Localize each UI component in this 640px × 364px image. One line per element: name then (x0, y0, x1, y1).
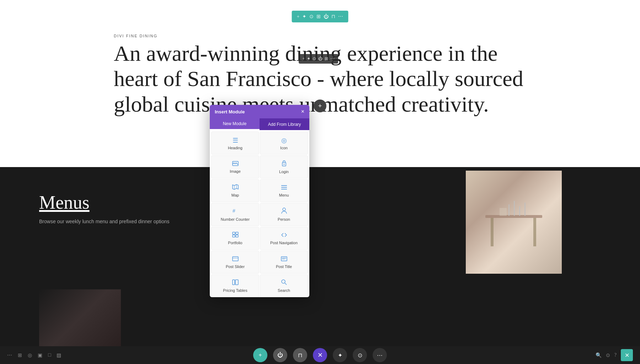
module-item-map[interactable]: Map (211, 179, 259, 202)
close-right-button[interactable]: ✕ (621, 349, 633, 361)
top-toolbar[interactable]: + ✦ ⊙ ⊞ ⏻ ⊓ ⋯ (292, 11, 348, 22)
login-label: Login (279, 170, 289, 174)
more-inline-icon[interactable]: ⋯ (330, 56, 335, 61)
svg-rect-25 (233, 280, 235, 285)
module-item-post-navigation[interactable]: Post Navigation (260, 227, 308, 250)
svg-rect-2 (533, 218, 536, 246)
dark-image (39, 289, 121, 346)
svg-rect-26 (235, 280, 238, 285)
module-item-portfolio[interactable]: Portfolio (211, 227, 259, 250)
tab-new-module[interactable]: New Module (210, 118, 260, 130)
login-icon (281, 160, 287, 168)
svg-rect-5 (519, 206, 520, 216)
module-item-pricing-tables[interactable]: Pricing Tables (211, 274, 259, 297)
bottom-bar: ⋯ ⊞ ◎ ▣ □ ▨ + ⏻ ⊓ ✕ ✦ ⊙ ⋯ 🔍 ⊙ ? ✕ (0, 346, 640, 364)
svg-rect-18 (233, 235, 235, 237)
menus-title: Menus (39, 192, 90, 213)
more-icon[interactable]: ⋯ (338, 14, 343, 20)
module-grid: ☰ Heading ◎ Icon Image (211, 132, 308, 297)
module-item-post-slider[interactable]: Post Slider (211, 251, 259, 274)
bottom-bar-right: 🔍 ⊙ ? ✕ (596, 349, 633, 361)
map-icon (232, 184, 239, 192)
add-module-button[interactable]: + (314, 100, 326, 112)
modal-title: Insert Module (215, 109, 245, 114)
insert-module-modal: Insert Module × New Module Add From Libr… (210, 105, 309, 297)
portfolio-label: Portfolio (228, 241, 242, 245)
modal-overlay: Insert Module × New Module Add From Libr… (210, 105, 309, 297)
module-item-search[interactable]: Search (260, 274, 308, 297)
delete-inline-icon[interactable]: ⊞ (325, 56, 328, 61)
modal-tabs: New Module Add From Library (210, 118, 309, 130)
modal-close-button[interactable]: × (301, 108, 304, 115)
portfolio-icon (232, 232, 239, 239)
more-center-button[interactable]: ⋯ (373, 348, 387, 362)
tab-add-from-library[interactable]: Add From Library (260, 118, 309, 130)
bottom-bar-center: + ⏻ ⊓ ✕ ✦ ⊙ ⋯ (253, 348, 387, 362)
module-item-login[interactable]: Login (260, 155, 308, 178)
history-right-icon[interactable]: ⊙ (606, 352, 610, 358)
power-center-button[interactable]: ⏻ (273, 348, 287, 362)
history-center-button[interactable]: ⊙ (353, 348, 367, 362)
inline-toolbar[interactable]: + ✦ ⊙ ⏻ ⊞ ⋯ (299, 54, 338, 64)
search-right-icon[interactable]: 🔍 (596, 352, 602, 358)
brand-label: DIVI FINE DINING (114, 34, 158, 38)
modal-body: ☰ Heading ◎ Icon Image (210, 130, 309, 297)
search-module-icon (281, 279, 287, 287)
search-bar-icon[interactable]: ◎ (28, 352, 32, 358)
module-item-icon[interactable]: ◎ Icon (260, 132, 308, 155)
pricing-tables-icon (232, 279, 239, 287)
top-section: + ✦ ⊙ ⊞ ⏻ ⊓ ⋯ + ✦ ⊙ ⏻ ⊞ ⋯ DIVI FINE DINI… (0, 0, 640, 167)
layout-icon[interactable]: ⊞ (316, 14, 321, 20)
svg-rect-1 (491, 218, 494, 246)
heading-label: Heading (228, 146, 242, 150)
pricing-tables-label: Pricing Tables (223, 288, 247, 293)
menus-subtitle: Browse our weekly lunch menu and prefixe… (39, 219, 170, 224)
module-item-post-title[interactable]: Post Title (260, 251, 308, 274)
power-inline-icon[interactable]: ⏻ (318, 56, 322, 61)
close-center-button[interactable]: ✕ (313, 348, 327, 362)
help-right-icon[interactable]: ? (614, 352, 617, 358)
map-label: Map (231, 193, 239, 197)
svg-rect-22 (281, 257, 287, 261)
settings-icon[interactable]: ✦ (302, 14, 306, 20)
add-inline-icon[interactable]: + (302, 56, 305, 61)
bottom-section: Menus Browse our weekly lunch menu and p… (0, 167, 640, 364)
post-navigation-label: Post Navigation (270, 241, 298, 245)
trash-center-button[interactable]: ⊓ (293, 348, 307, 362)
module-item-number-counter[interactable]: # Number Counter (211, 203, 259, 226)
icon-label: Icon (280, 146, 288, 150)
image-label: Image (230, 169, 241, 173)
settings-center-button[interactable]: ✦ (333, 348, 347, 362)
svg-rect-3 (508, 204, 510, 216)
add-center-button[interactable]: + (253, 348, 267, 362)
tablet-icon[interactable]: □ (48, 352, 51, 358)
menu-icon (281, 184, 287, 192)
number-counter-label: Number Counter (221, 217, 250, 221)
module-item-person[interactable]: Person (260, 203, 308, 226)
module-item-image[interactable]: Image (211, 155, 259, 178)
post-title-icon (281, 256, 287, 263)
settings-inline-icon[interactable]: ✦ (307, 56, 310, 61)
post-title-label: Post Title (276, 264, 292, 269)
duplicate-inline-icon[interactable]: ⊙ (313, 56, 316, 61)
svg-line-28 (285, 283, 287, 285)
duplicate-icon[interactable]: ⊙ (309, 14, 314, 20)
heading-icon: ☰ (233, 136, 238, 144)
delete-icon[interactable]: ⊓ (331, 14, 335, 20)
grid-icon[interactable]: ⊞ (18, 352, 22, 358)
menu-dots-icon[interactable]: ⋯ (7, 352, 12, 358)
mobile-icon[interactable]: ▨ (57, 352, 61, 358)
svg-point-10 (283, 164, 284, 165)
power-icon[interactable]: ⏻ (324, 14, 329, 20)
desktop-icon[interactable]: ▣ (38, 352, 42, 358)
module-item-heading[interactable]: ☰ Heading (211, 132, 259, 155)
right-image (466, 171, 562, 274)
post-slider-icon (232, 256, 239, 263)
svg-rect-19 (236, 235, 238, 237)
modal-header: Insert Module × (210, 105, 309, 118)
module-item-menu[interactable]: Menu (260, 179, 308, 202)
person-label: Person (278, 217, 290, 221)
bottom-bar-left: ⋯ ⊞ ◎ ▣ □ ▨ (7, 352, 61, 358)
add-icon[interactable]: + (297, 14, 300, 20)
menu-label: Menu (279, 193, 289, 197)
